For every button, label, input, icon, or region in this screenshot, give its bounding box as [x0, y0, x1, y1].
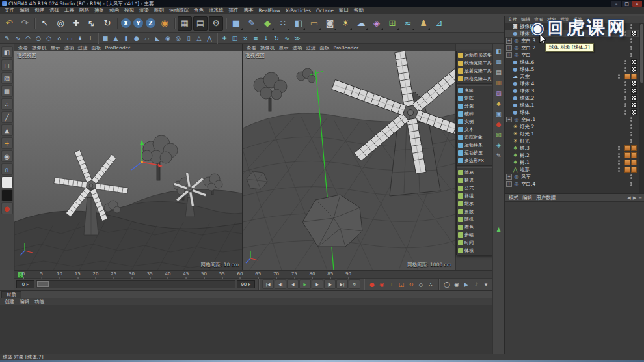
frame-tick[interactable]: 30: [129, 272, 135, 277]
mograph-item[interactable]: 简易: [457, 169, 492, 176]
mograph-item[interactable]: 文本: [457, 126, 492, 133]
menu-脚本[interactable]: 脚本: [241, 7, 256, 14]
tag-icon[interactable]: [631, 160, 637, 165]
visibility-dot-top[interactable]: [624, 81, 626, 83]
cone-primitive-icon[interactable]: ▲: [111, 34, 120, 43]
texture-tag-icon[interactable]: [631, 59, 637, 65]
material-manager-body[interactable]: [0, 305, 492, 354]
floor-icon[interactable]: ▭: [307, 16, 321, 31]
visibility-dot-bottom[interactable]: [630, 41, 632, 43]
timeline-ruler[interactable]: 0 051015202530354045505560657075808590: [14, 270, 492, 279]
undo-icon[interactable]: ↶: [2, 16, 16, 31]
prev-frame-button[interactable]: ◀: [287, 279, 299, 289]
points-mode-icon[interactable]: ∴: [1, 98, 13, 110]
swatches-icon[interactable]: ▨: [494, 89, 503, 97]
view-quad-icon[interactable]: ▦: [494, 57, 503, 66]
viewport-menu-查看[interactable]: 查看: [245, 45, 258, 51]
render-settings-icon[interactable]: ⚙: [209, 16, 223, 31]
visibility-dot-top[interactable]: [624, 60, 626, 62]
current-frame-field[interactable]: 0 F: [16, 280, 34, 288]
mograph-item[interactable]: 着色: [457, 223, 492, 231]
viewport-menu-选项[interactable]: 选项: [291, 45, 304, 51]
sound-button[interactable]: ♪: [472, 280, 481, 288]
select-tool-icon[interactable]: ↖: [38, 16, 52, 31]
render-picture-viewer-icon[interactable]: ▤: [193, 16, 208, 31]
texture-tag-icon[interactable]: [631, 66, 637, 72]
object-row[interactable]: ◙摄像机: [505, 23, 639, 30]
move-tool-icon[interactable]: ✚: [69, 16, 83, 31]
menu-工具[interactable]: 工具: [62, 7, 77, 14]
cube-primitive-icon[interactable]: ■: [101, 34, 110, 43]
character-figure-icon[interactable]: ♟: [494, 225, 503, 234]
material-menu-功能[interactable]: 功能: [32, 299, 47, 305]
tag-icon[interactable]: [631, 167, 637, 173]
black-color-swatch[interactable]: [1, 189, 13, 201]
plane-primitive-icon[interactable]: ▱: [142, 34, 152, 43]
spline-helix-icon[interactable]: ◌: [44, 34, 53, 43]
visibility-dot-top[interactable]: [618, 160, 620, 162]
texture-tag-icon[interactable]: [631, 102, 637, 108]
om-menu-对象[interactable]: 对象: [545, 16, 558, 23]
texture-tag-icon[interactable]: [631, 95, 637, 101]
visibility-dots[interactable]: [618, 167, 620, 172]
material-menu-编辑[interactable]: 编辑: [17, 299, 32, 305]
visibility-dots[interactable]: [624, 31, 626, 36]
visibility-dot-top[interactable]: [624, 31, 626, 33]
record-parameter-button[interactable]: ◇: [416, 280, 425, 288]
visibility-dot-bottom[interactable]: [630, 127, 632, 129]
mograph-item[interactable]: 继承: [457, 200, 492, 208]
redo-icon[interactable]: ↷: [18, 16, 32, 31]
simulation-icon[interactable]: ≈: [401, 16, 415, 31]
visibility-dot-bottom[interactable]: [630, 141, 632, 143]
visibility-dot-top[interactable]: [630, 53, 632, 55]
visibility-dot-bottom[interactable]: [630, 134, 632, 136]
viewport-menu-选项[interactable]: 选项: [62, 45, 76, 51]
wind-icon[interactable]: ≫: [293, 34, 302, 43]
texture-tag-icon[interactable]: [631, 88, 637, 94]
object-row[interactable]: ●球体.5: [505, 66, 639, 73]
capsule-primitive-icon[interactable]: ▯: [184, 34, 193, 43]
tag-icon[interactable]: [631, 145, 637, 151]
object-row[interactable]: ●球体.2: [505, 94, 639, 102]
model-mode-icon[interactable]: ◻: [1, 59, 13, 71]
content-browser-icon[interactable]: ▣: [494, 109, 503, 118]
material-menu-创建[interactable]: 创建: [2, 299, 17, 305]
red-sphere-icon[interactable]: ●: [494, 120, 503, 128]
landscape-primitive-icon[interactable]: ⋀: [205, 34, 214, 43]
mograph-item[interactable]: 追踪对象: [457, 133, 492, 141]
frame-tick[interactable]: 15: [75, 272, 81, 277]
visibility-dots[interactable]: [630, 139, 632, 143]
render-view-icon[interactable]: ▦: [178, 16, 192, 31]
texture-tag-icon[interactable]: [631, 81, 637, 87]
layer-manager-icon[interactable]: ▧: [494, 130, 503, 139]
object-row[interactable]: ●球体: [505, 109, 639, 116]
visibility-dot-top[interactable]: [630, 46, 632, 48]
viewport-menu-ProRender[interactable]: ProRender: [332, 45, 361, 51]
am-tab-模式[interactable]: 模式: [507, 195, 520, 201]
turbulence-icon[interactable]: ∿: [282, 34, 291, 43]
visibility-dot-bottom[interactable]: [618, 163, 620, 165]
am-nav-icon-2[interactable]: ≡: [638, 195, 642, 201]
slider-handle[interactable]: [37, 281, 49, 287]
palette-icon[interactable]: ▥: [494, 78, 503, 87]
view-single-icon[interactable]: ◧: [494, 47, 503, 55]
menu-选择[interactable]: 选择: [47, 7, 62, 14]
autokey-button[interactable]: ◉: [377, 280, 386, 288]
object-row[interactable]: ☀灯光: [505, 137, 639, 145]
spline-circle-icon[interactable]: ○: [34, 34, 43, 43]
sky-icon[interactable]: ☁: [354, 16, 368, 31]
mograph-item[interactable]: 运动样条: [457, 141, 492, 149]
object-row[interactable]: ♠树.2: [505, 152, 639, 159]
menu-编辑[interactable]: 编辑: [17, 7, 32, 14]
object-row[interactable]: ☁天空: [505, 73, 639, 80]
visibility-dots[interactable]: [624, 110, 626, 115]
camera-icon[interactable]: ◙: [323, 16, 337, 31]
rotate-tool-icon[interactable]: ↻: [100, 16, 114, 31]
deformer-icon[interactable]: ◈: [369, 16, 384, 31]
visibility-dot-top[interactable]: [618, 74, 620, 76]
texture-tag-icon[interactable]: [631, 31, 637, 36]
frame-tick[interactable]: 35: [147, 272, 153, 277]
torus-primitive-icon[interactable]: ◎: [174, 34, 183, 43]
menu-创建[interactable]: 创建: [32, 7, 47, 14]
record-pla-button[interactable]: ∴: [426, 280, 435, 288]
